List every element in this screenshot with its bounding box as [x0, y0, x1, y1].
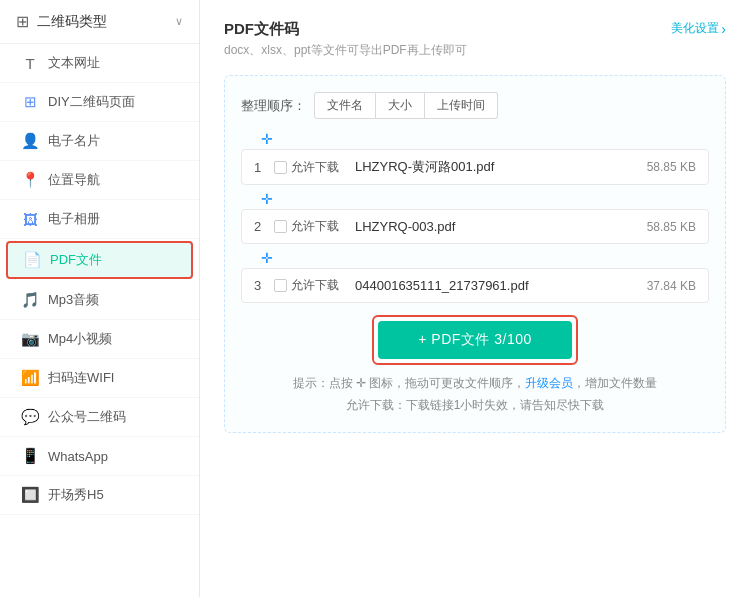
sidebar-item-mp3[interactable]: 🎵Mp3音频: [0, 281, 199, 320]
allow-download-label-1: 允许下载: [291, 159, 339, 176]
upgrade-member-link[interactable]: 升级会员: [525, 376, 573, 390]
file-size-2: 58.85 KB: [626, 220, 696, 234]
sidebar-item-location[interactable]: 📍位置导航: [0, 161, 199, 200]
sidebar-item-text[interactable]: T文本网址: [0, 44, 199, 83]
text-icon: T: [20, 55, 40, 72]
sidebar-item-wifi[interactable]: 📶扫码连WIFI: [0, 359, 199, 398]
allow-download-checkbox-1[interactable]: [274, 161, 287, 174]
sidebar-items-container: T文本网址⊞DIY二维码页面👤电子名片📍位置导航🖼电子相册📄PDF文件🎵Mp3音…: [0, 44, 199, 515]
wifi-icon: 📶: [20, 369, 40, 387]
file-index-2: 2: [254, 219, 274, 234]
main-content: PDF文件码 docx、xlsx、ppt等文件可导出PDF再上传即可 美化设置 …: [200, 0, 750, 597]
sidebar-item-label-text: 文本网址: [48, 54, 100, 72]
hint-text-1-suffix: ，增加文件数量: [573, 376, 657, 390]
file-checkbox-area-2: 允许下载: [274, 218, 339, 235]
allow-download-checkbox-2[interactable]: [274, 220, 287, 233]
arrow-down-icon: ∨: [175, 15, 183, 28]
sidebar-item-vcard[interactable]: 👤电子名片: [0, 122, 199, 161]
sidebar: ⊞ 二维码类型 ∨ T文本网址⊞DIY二维码页面👤电子名片📍位置导航🖼电子相册📄…: [0, 0, 200, 597]
sidebar-item-label-diy: DIY二维码页面: [48, 93, 135, 111]
sidebar-item-whatsapp[interactable]: 📱WhatsApp: [0, 437, 199, 476]
sidebar-item-label-pdf: PDF文件: [50, 251, 102, 269]
hint-text-1: 提示：点按 ✛ 图标，拖动可更改文件顺序，: [293, 376, 526, 390]
file-size-1: 58.85 KB: [626, 160, 696, 174]
allow-download-label-2: 允许下载: [291, 218, 339, 235]
page-header: PDF文件码 docx、xlsx、ppt等文件可导出PDF再上传即可 美化设置: [224, 20, 726, 59]
allow-download-checkbox-3[interactable]: [274, 279, 287, 292]
sidebar-item-label-mp4: Mp4小视频: [48, 330, 112, 348]
sort-by-uploadtime-button[interactable]: 上传时间: [425, 92, 498, 119]
sidebar-item-label-location: 位置导航: [48, 171, 100, 189]
hint-area: 提示：点按 ✛ 图标，拖动可更改文件顺序，升级会员，增加文件数量 允许下载：下载…: [241, 373, 709, 416]
sidebar-item-label-mp3: Mp3音频: [48, 291, 99, 309]
whatsapp-icon: 📱: [20, 447, 40, 465]
add-pdf-button[interactable]: + PDF文件 3/100: [378, 321, 572, 359]
sidebar-item-mp4[interactable]: 📷Mp4小视频: [0, 320, 199, 359]
sidebar-item-label-wechat: 公众号二维码: [48, 408, 126, 426]
page-title: PDF文件码: [224, 20, 467, 39]
wechat-icon: 💬: [20, 408, 40, 426]
file-name-3: 044001635111_21737961.pdf: [347, 278, 626, 293]
diy-icon: ⊞: [20, 93, 40, 111]
sidebar-item-pdf[interactable]: 📄PDF文件: [6, 241, 193, 279]
file-index-3: 3: [254, 278, 274, 293]
table-row: 1允许下载LHZYRQ-黄河路001.pdf58.85 KB: [241, 149, 709, 185]
beautify-settings-button[interactable]: 美化设置: [671, 20, 726, 37]
drag-handle-1[interactable]: ✛: [241, 131, 709, 147]
sidebar-item-label-vcard: 电子名片: [48, 132, 100, 150]
file-checkbox-area-3: 允许下载: [274, 277, 339, 294]
drag-handle-3[interactable]: ✛: [241, 250, 709, 266]
file-name-1: LHZYRQ-黄河路001.pdf: [347, 158, 626, 176]
sort-header: 整理顺序： 文件名 大小 上传时间: [241, 92, 709, 119]
hint-line-1: 提示：点按 ✛ 图标，拖动可更改文件顺序，升级会员，增加文件数量: [241, 373, 709, 395]
sidebar-item-wechat[interactable]: 💬公众号二维码: [0, 398, 199, 437]
sidebar-item-label-whatsapp: WhatsApp: [48, 449, 108, 464]
allow-download-label-3: 允许下载: [291, 277, 339, 294]
sidebar-header-label: 二维码类型: [37, 13, 107, 31]
page-subtitle: docx、xlsx、ppt等文件可导出PDF再上传即可: [224, 42, 467, 59]
add-button-wrapper: + PDF文件 3/100: [241, 315, 709, 365]
h5-icon: 🔲: [20, 486, 40, 504]
sidebar-header[interactable]: ⊞ 二维码类型 ∨: [0, 0, 199, 44]
content-box: 整理顺序： 文件名 大小 上传时间 ✛1允许下载LHZYRQ-黄河路001.pd…: [224, 75, 726, 433]
table-row: 3允许下载044001635111_21737961.pdf37.84 KB: [241, 268, 709, 303]
pdf-icon: 📄: [22, 251, 42, 269]
sidebar-item-label-album: 电子相册: [48, 210, 100, 228]
file-checkbox-area-1: 允许下载: [274, 159, 339, 176]
sidebar-item-h5[interactable]: 🔲开场秀H5: [0, 476, 199, 515]
album-icon: 🖼: [20, 211, 40, 228]
drag-handle-2[interactable]: ✛: [241, 191, 709, 207]
add-button-highlight: + PDF文件 3/100: [372, 315, 578, 365]
file-list: ✛1允许下载LHZYRQ-黄河路001.pdf58.85 KB✛2允许下载LHZ…: [241, 131, 709, 303]
mp3-icon: 🎵: [20, 291, 40, 309]
sidebar-item-album[interactable]: 🖼电子相册: [0, 200, 199, 239]
hint-line-2: 允许下载：下载链接1小时失效，请告知尽快下载: [241, 395, 709, 417]
sidebar-item-label-h5: 开场秀H5: [48, 486, 104, 504]
sort-label: 整理顺序：: [241, 97, 306, 115]
mp4-icon: 📷: [20, 330, 40, 348]
sort-by-size-button[interactable]: 大小: [376, 92, 425, 119]
file-name-2: LHZYRQ-003.pdf: [347, 219, 626, 234]
vcard-icon: 👤: [20, 132, 40, 150]
location-icon: 📍: [20, 171, 40, 189]
file-index-1: 1: [254, 160, 274, 175]
sidebar-item-diy[interactable]: ⊞DIY二维码页面: [0, 83, 199, 122]
grid-icon: ⊞: [16, 12, 29, 31]
page-title-area: PDF文件码 docx、xlsx、ppt等文件可导出PDF再上传即可: [224, 20, 467, 59]
sort-by-filename-button[interactable]: 文件名: [314, 92, 376, 119]
sidebar-item-label-wifi: 扫码连WIFI: [48, 369, 114, 387]
table-row: 2允许下载LHZYRQ-003.pdf58.85 KB: [241, 209, 709, 244]
file-size-3: 37.84 KB: [626, 279, 696, 293]
